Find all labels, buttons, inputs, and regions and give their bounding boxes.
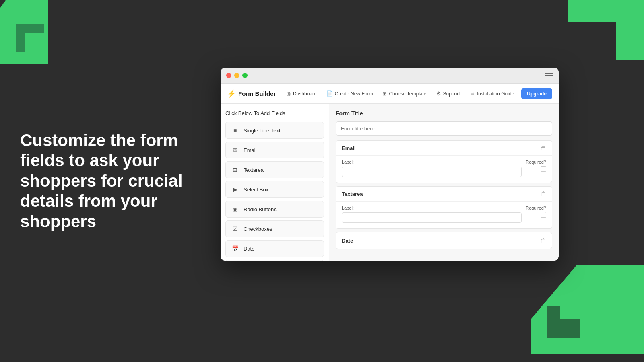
radio-buttons-icon: ◉ — [231, 205, 239, 214]
email-field-card: Email 🗑 Label: Required? — [336, 140, 552, 183]
email-field-header: Email 🗑 — [336, 141, 552, 155]
hero-section: Customize the form fields to ask your sh… — [20, 130, 189, 232]
email-label-group: Label: — [342, 160, 522, 177]
textarea-delete-icon[interactable]: 🗑 — [541, 191, 546, 197]
hero-text: Customize the form fields to ask your sh… — [20, 130, 189, 232]
maximize-button[interactable] — [242, 73, 248, 78]
brand-name: Form Builder — [238, 90, 276, 97]
field-label-email: Email — [244, 147, 257, 153]
textarea-icon: ⊞ — [231, 165, 239, 174]
brand-icon: ⚡ — [227, 89, 236, 98]
field-label-select-box: Select Box — [244, 187, 268, 193]
email-required-checkbox[interactable] — [541, 166, 546, 172]
menu-line-1 — [545, 73, 553, 74]
email-field-name: Email — [342, 145, 356, 151]
nav-item-installation-guide[interactable]: 🖥 Installation Guide — [466, 88, 518, 99]
app-window: ⚡ Form Builder ◎ Dashboard 📄 Create New … — [221, 68, 559, 261]
textarea-label-text: Label: — [342, 206, 522, 210]
field-item-date[interactable]: 📅 Date — [225, 240, 324, 257]
nav-item-dashboard-label: Dashboard — [293, 91, 317, 97]
textarea-required-label: Required? — [526, 206, 546, 210]
date-icon: 📅 — [231, 244, 239, 253]
nav-item-create-form-label: Create New Form — [335, 91, 373, 97]
checkboxes-icon: ☑ — [231, 224, 239, 233]
brand: ⚡ Form Builder — [227, 89, 276, 98]
form-panel: Form Title Email 🗑 Label: Required? — [329, 104, 559, 261]
field-label-date: Date — [244, 246, 254, 252]
email-field-body: Label: Required? — [336, 155, 552, 183]
select-box-icon: ▶ — [231, 185, 239, 194]
nav-item-choose-template[interactable]: ⊞ Choose Template — [378, 88, 430, 99]
fields-panel: Click Below To Add Fields ≡ Single Line … — [221, 104, 329, 261]
fields-panel-title: Click Below To Add Fields — [225, 110, 324, 116]
email-required-label: Required? — [526, 160, 546, 165]
email-label-text: Label: — [342, 160, 522, 165]
nav-item-dashboard[interactable]: ◎ Dashboard — [283, 88, 321, 99]
field-item-email[interactable]: ✉ Email — [225, 142, 324, 158]
field-item-select-box[interactable]: ▶ Select Box — [225, 181, 324, 198]
date-field-name: Date — [342, 238, 353, 244]
textarea-required-group: Required? — [526, 206, 546, 218]
nav-items: ◎ Dashboard 📄 Create New Form ⊞ Choose T… — [283, 88, 552, 99]
textarea-field-body: Label: Required? — [336, 201, 552, 228]
dashboard-icon: ◎ — [287, 90, 291, 97]
field-label-textarea: Textarea — [244, 167, 264, 173]
form-title-label: Form Title — [336, 110, 552, 117]
field-item-single-line-text[interactable]: ≡ Single Line Text — [225, 122, 324, 139]
textarea-label-input[interactable] — [342, 212, 522, 223]
email-icon: ✉ — [231, 146, 239, 154]
nav-item-support-label: Support — [443, 91, 460, 97]
window-controls — [226, 73, 248, 78]
menu-line-2 — [545, 75, 553, 76]
email-label-row: Label: Required? — [342, 160, 546, 177]
installation-icon: 🖥 — [470, 90, 475, 97]
field-label-single-line-text: Single Line Text — [244, 128, 281, 134]
textarea-field-name: Textarea — [342, 191, 363, 197]
bg-shape-top-right — [568, 0, 644, 60]
date-field-header: Date 🗑 — [336, 232, 552, 249]
main-content: Click Below To Add Fields ≡ Single Line … — [221, 104, 559, 261]
navbar: ⚡ Form Builder ◎ Dashboard 📄 Create New … — [221, 84, 559, 104]
field-label-checkboxes: Checkboxes — [244, 226, 272, 232]
field-item-textarea[interactable]: ⊞ Textarea — [225, 161, 324, 178]
nav-item-support[interactable]: ⚙ Support — [432, 88, 464, 99]
nav-item-create-new-form[interactable]: 📄 Create New Form — [322, 88, 377, 99]
email-label-input[interactable] — [342, 167, 522, 177]
template-icon: ⊞ — [382, 90, 387, 97]
field-label-radio-buttons: Radio Buttons — [244, 206, 277, 212]
support-icon: ⚙ — [436, 90, 441, 97]
upgrade-button[interactable]: Upgrade — [521, 88, 552, 99]
textarea-field-card: Textarea 🗑 Label: Required? — [336, 186, 552, 229]
form-title-input[interactable] — [336, 121, 552, 136]
create-form-icon: 📄 — [326, 90, 333, 97]
field-item-checkboxes[interactable]: ☑ Checkboxes — [225, 220, 324, 237]
email-delete-icon[interactable]: 🗑 — [541, 145, 546, 151]
textarea-field-header: Textarea 🗑 — [336, 187, 552, 201]
single-line-text-icon: ≡ — [231, 126, 239, 135]
minimize-button[interactable] — [234, 73, 239, 78]
nav-item-installation-label: Installation Guide — [477, 91, 514, 97]
menu-icon[interactable] — [545, 73, 553, 78]
field-item-file-upload[interactable]: ☁ File Upload — [225, 260, 324, 261]
textarea-label-row: Label: Required? — [342, 206, 546, 223]
title-bar — [221, 68, 559, 84]
textarea-label-group: Label: — [342, 206, 522, 223]
nav-item-template-label: Choose Template — [389, 91, 426, 97]
email-required-group: Required? — [526, 160, 546, 172]
field-item-radio-buttons[interactable]: ◉ Radio Buttons — [225, 201, 324, 218]
textarea-required-checkbox[interactable] — [541, 212, 546, 218]
date-delete-icon[interactable]: 🗑 — [541, 237, 546, 244]
close-button[interactable] — [226, 73, 231, 78]
menu-line-3 — [545, 78, 553, 78]
date-field-card: Date 🗑 — [336, 232, 552, 249]
